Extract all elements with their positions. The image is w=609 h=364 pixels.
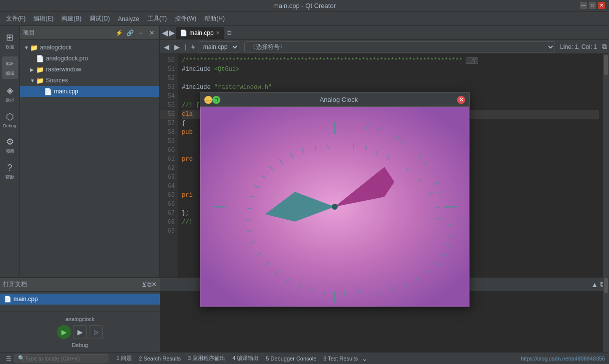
menu-edit[interactable]: 编辑(E) [29,12,57,25]
open-docs-toolbar: 打开文档 ⊻ ⧉ ✕ [0,278,160,292]
symbol-selector[interactable]: 〈选择符号〉 [244,41,555,52]
statusbar-tab-app-output[interactable]: 3 应用程序输出 [185,355,228,362]
tree-label: analogclock [40,44,71,51]
status-icon: ☰ [4,355,13,362]
folder-icon: 📁 [36,66,44,73]
editor-back-button[interactable]: ◀ [162,28,168,37]
hash-symbol: # [189,42,197,51]
code-line-53: #include "rasterwindow.h" [182,83,599,92]
sidebar-item-debug[interactable]: ⬡ Debug [2,109,18,130]
tree-item-rasterwindow[interactable]: ▶ 📁 rasterwindow [20,64,159,75]
menu-debug[interactable]: 调试(D) [85,12,114,25]
tab-close-icon[interactable]: ✕ [216,30,220,35]
open-docs-list: 📄 main.cpp [0,292,160,312]
folder-icon: 📁 [30,44,38,51]
status-url: https://blog.csdn.net/a4806948356 [521,356,605,362]
maximize-button[interactable]: □ [589,2,596,9]
statusbar-expand-button[interactable]: ⌄ [362,355,368,363]
editor-forward-button[interactable]: ▶ [169,28,175,37]
sidebar-item-help[interactable]: ? 帮助 [2,161,18,183]
debug-buttons-row: Debug [72,342,88,348]
tree-item-sources[interactable]: ▼ 📁 Sources [20,75,159,86]
editor-nav: ◀ ▶ | # main.cpp 〈选择符号〉 Line: 1, Col: 1 … [160,40,609,54]
open-docs-split-button[interactable]: ⧉ [147,281,151,289]
titlebar-title: main.cpp - Qt Creator [273,2,336,9]
split-editor-button[interactable]: ⧉ [227,29,231,37]
clock-dialog-close-button[interactable]: ✕ [457,96,465,104]
code-line-52 [182,74,599,83]
tree-label: analogclock.pro [46,55,88,62]
sidebar-item-project[interactable]: ⚙ 项目 [2,134,18,157]
line-numbers: 50 51 52 53 54 55 56 57 58 59 60 61 [160,54,178,277]
fold-button[interactable]: ...*/ [466,57,478,64]
clock-dialog-minimize-button[interactable]: — [204,96,212,104]
svg-point-56 [332,204,338,210]
doc-label: main.cpp [13,296,38,303]
svg-line-45 [353,144,354,149]
tree-item-analogclock-pro[interactable]: 📄 analogclock.pro [20,53,159,64]
sidebar-item-welcome[interactable]: ⊞ 欢迎 [2,30,18,52]
menubar: 文件(F) 编辑(E) 构建(B) 调试(D) Analyze 工具(T) 控件… [0,12,609,26]
open-docs-title: 打开文档 [3,280,142,289]
action-buttons: analogclock ▶ ▶ ▷ Debug [0,312,160,352]
project-link-button[interactable]: 🔗 [125,28,134,37]
tree-item-analogclock[interactable]: ▼ 📁 analogclock [20,42,159,53]
titlebar: main.cpp - Qt Creator — □ ✕ [0,0,609,12]
editor-scrollbar[interactable] [603,54,609,277]
menu-controls[interactable]: 控件(W) [171,12,200,25]
tab-label: main.cpp [189,29,214,36]
open-docs-close-button[interactable]: ✕ [151,281,157,288]
nav-back-button[interactable]: ◀ [162,42,171,52]
editor-tab-main-cpp[interactable]: 📄 main.cpp ✕ [176,27,224,39]
titlebar-controls[interactable]: — □ ✕ [580,2,605,9]
minimize-button[interactable]: — [580,2,587,9]
output-scrollbar[interactable] [603,277,609,352]
help-icon: ? [7,163,12,173]
run-buttons-row: ▶ ▶ ▷ [57,325,103,339]
arrow-icon: ▶ [30,67,36,72]
nav-forward-button[interactable]: ▶ [172,42,182,52]
sidebar-item-design[interactable]: ◈ 设计 [2,83,18,105]
project-panel: 项目 ⚡ 🔗 − ✕ ▼ 📁 analogclock [20,26,160,277]
analog-clock-dialog: — □ Analog Clock ✕ [200,92,470,307]
status-search-input[interactable] [25,356,105,362]
build-step-button[interactable]: ▷ [89,325,103,339]
design-icon: ◈ [6,85,13,96]
menu-file[interactable]: 文件(F) [2,12,29,25]
close-button[interactable]: ✕ [598,2,605,9]
status-search-box[interactable]: 🔍 [14,354,108,363]
project-close-button[interactable]: ✕ [147,28,156,37]
tree-label: Sources [46,77,68,84]
statusbar-tab-search[interactable]: 2 Search Results [136,356,184,362]
debug-run-button[interactable]: ▶ [73,325,87,339]
editor-split-button[interactable]: ⧉ [602,42,607,51]
statusbar: ☰ 🔍 1 问题 2 Search Results 3 应用程序输出 4 编译输… [0,352,609,364]
statusbar-tab-compile[interactable]: 4 编译输出 [229,355,262,362]
statusbar-tab-test[interactable]: 8 Test Results [320,356,361,362]
project-filter-button[interactable]: ⚡ [114,28,123,37]
menu-tools[interactable]: 工具(T) [143,12,171,25]
menu-analyze[interactable]: Analyze [114,13,143,24]
open-docs-toggle-button[interactable]: ⊻ [142,281,147,288]
run-button[interactable]: ▶ [57,325,71,339]
file-selector[interactable]: main.cpp [198,41,239,52]
svg-line-35 [247,208,252,209]
project-panel-title: 项目 [23,28,112,37]
project-collapse-button[interactable]: − [136,28,145,37]
tree-item-main-cpp[interactable]: 📄 main.cpp [20,86,159,97]
file-icon: 📄 [36,55,44,62]
statusbar-tab-issues[interactable]: 1 问题 [113,355,135,362]
output-collapse-button[interactable]: ▲ [591,280,598,289]
clock-dialog-maximize-button[interactable]: □ [212,96,220,104]
tab-icon: 📄 [180,29,187,36]
welcome-icon: ⊞ [6,32,13,43]
search-icon: 🔍 [18,355,25,362]
svg-line-44 [328,144,328,149]
sidebar-item-edit[interactable]: ✏ 编辑 [2,56,18,79]
menu-build[interactable]: 构建(B) [57,12,85,25]
cpp-file-icon: 📄 [44,88,52,95]
menu-help[interactable]: 帮助(H) [200,12,229,25]
doc-item-main-cpp[interactable]: 📄 main.cpp [0,294,160,305]
statusbar-tab-debugger[interactable]: 5 Debugger Console [263,356,319,362]
editor-tabs: ◀ ▶ 📄 main.cpp ✕ ⧉ [160,26,609,40]
